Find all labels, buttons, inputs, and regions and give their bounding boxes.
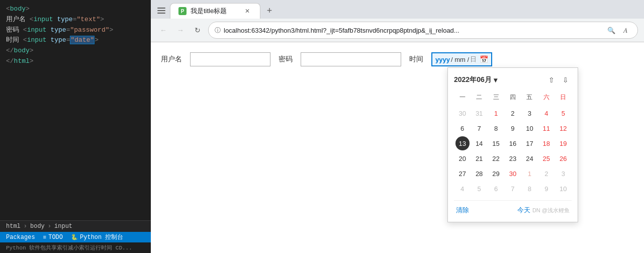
cal-day-11[interactable]: 11 — [539, 121, 554, 135]
cal-day-13[interactable]: 13 — [455, 136, 470, 150]
calendar-next-button[interactable]: ⇩ — [560, 74, 572, 86]
time-label: 时间 — [409, 55, 423, 64]
cal-day-7[interactable]: 7 — [472, 121, 486, 135]
cal-day-9[interactable]: 9 — [506, 121, 520, 135]
cal-day-27[interactable]: 27 — [455, 166, 470, 181]
cal-day-18[interactable]: 18 — [539, 136, 554, 150]
weekday-sun: 日 — [555, 91, 572, 104]
cal-day-10-next[interactable]: 10 — [556, 182, 570, 196]
address-box[interactable]: ⓘ localhost:63342/python3/html.html?_ijt… — [208, 22, 638, 39]
editor-statusbar: Packages ≡ TODO 🐍 Python 控制台 — [0, 232, 151, 242]
calendar-today-button[interactable]: 今天DN @浅水鲤鱼 — [515, 205, 572, 216]
reload-button[interactable]: ↻ — [191, 24, 204, 37]
cal-day-20[interactable]: 20 — [455, 151, 470, 165]
cal-day-14[interactable]: 14 — [472, 136, 486, 150]
calendar-popup: 2022年06月 ▾ ⇧ ⇩ 一 二 三 四 五 六 日 30 — [447, 67, 578, 222]
calendar-month-title[interactable]: 2022年06月 ▾ — [454, 75, 497, 85]
editor-panel: <body> 用户名 <input type="text"> 密码 <input… — [0, 0, 151, 253]
code-line-4: 时间 <input type="date"> — [6, 35, 145, 46]
cal-day-5[interactable]: 5 — [556, 106, 570, 120]
search-address-button[interactable]: 🔍 — [605, 24, 617, 36]
browser-chrome: P 我是title标题 ✕ + ← → ↻ ⓘ localhost:63342/… — [151, 0, 644, 42]
lock-icon: ⓘ — [215, 26, 221, 35]
cal-day-6-next[interactable]: 6 — [489, 182, 503, 196]
cal-day-8[interactable]: 8 — [489, 121, 503, 135]
cal-day-8-next[interactable]: 8 — [522, 182, 536, 196]
cal-day-21[interactable]: 21 — [472, 151, 486, 165]
cal-day-12[interactable]: 12 — [556, 121, 570, 135]
cal-day-6[interactable]: 6 — [455, 121, 470, 135]
cal-day-10[interactable]: 10 — [522, 121, 536, 135]
cal-day-24[interactable]: 24 — [522, 151, 536, 165]
cal-day-15[interactable]: 15 — [489, 136, 503, 150]
cal-day-17[interactable]: 17 — [522, 136, 536, 150]
back-button[interactable]: ← — [157, 24, 170, 37]
address-icons: 🔍 𝐴 — [605, 24, 631, 36]
cal-day-3-next[interactable]: 3 — [556, 166, 570, 181]
calendar-icon[interactable]: 📅 — [480, 55, 488, 63]
cal-day-30[interactable]: 30 — [506, 166, 520, 181]
status-packages[interactable]: Packages — [6, 234, 35, 241]
cal-day-2-next[interactable]: 2 — [539, 166, 554, 181]
cal-day-30-prev[interactable]: 30 — [455, 106, 470, 120]
calendar-prev-button[interactable]: ⇧ — [545, 74, 558, 86]
weekday-mon: 一 — [454, 91, 471, 104]
cal-day-19[interactable]: 19 — [556, 136, 570, 150]
reader-mode-button[interactable]: 𝐴 — [619, 24, 631, 36]
weekday-thu: 四 — [504, 91, 521, 104]
cal-day-22[interactable]: 22 — [489, 151, 503, 165]
breadcrumb-html: html — [6, 223, 21, 230]
cal-day-4-next[interactable]: 4 — [455, 182, 470, 196]
calendar-grid: 30 31 1 2 3 4 5 6 7 8 9 10 11 12 13 14 1… — [454, 106, 572, 196]
cal-day-23[interactable]: 23 — [506, 151, 520, 165]
calendar-weekdays: 一 二 三 四 五 六 日 — [454, 91, 572, 104]
code-line-3: 密码 <input type="password"> — [6, 25, 145, 36]
address-text: localhost:63342/python3/html.html?_ijt=5… — [224, 27, 602, 34]
weekday-tue: 二 — [471, 91, 487, 104]
tab-close-button[interactable]: ✕ — [243, 7, 252, 16]
cal-day-29[interactable]: 29 — [489, 166, 503, 181]
browser-panel: P 我是title标题 ✕ + ← → ↻ ⓘ localhost:63342/… — [151, 0, 644, 253]
cal-day-16[interactable]: 16 — [506, 136, 520, 150]
cal-day-9-next[interactable]: 9 — [539, 182, 554, 196]
breadcrumb-input: input — [54, 223, 72, 230]
forward-button[interactable]: → — [174, 24, 187, 37]
calendar-header: 2022年06月 ▾ ⇧ ⇩ — [454, 74, 572, 86]
cal-day-28[interactable]: 28 — [472, 166, 486, 181]
cal-day-25[interactable]: 25 — [539, 151, 554, 165]
code-line-5: </body> — [6, 46, 145, 56]
status-todo[interactable]: ≡ TODO — [43, 234, 63, 241]
cal-day-7-next[interactable]: 7 — [506, 182, 520, 196]
code-line-2: 用户名 <input type="text"> — [6, 15, 145, 25]
weekday-fri: 五 — [521, 91, 538, 104]
cal-day-3[interactable]: 3 — [522, 106, 536, 120]
weekday-sat: 六 — [538, 91, 555, 104]
cal-day-1-next[interactable]: 1 — [522, 166, 536, 181]
form-row: 用户名 密码 时间 yyyy / mm / 日 📅 — [161, 52, 634, 66]
tab-bar: P 我是title标题 ✕ + — [151, 0, 644, 19]
sidebar-toggle-button[interactable] — [155, 5, 168, 18]
calendar-clear-button[interactable]: 清除 — [454, 205, 471, 216]
cal-day-26[interactable]: 26 — [556, 151, 570, 165]
cal-day-2[interactable]: 2 — [506, 106, 520, 120]
cal-day-1[interactable]: 1 — [489, 106, 503, 120]
date-sep1: / mm / — [451, 56, 469, 63]
password-input[interactable] — [301, 52, 401, 66]
breadcrumb-body: body — [30, 223, 45, 230]
browser-tab-active[interactable]: P 我是title标题 ✕ — [170, 3, 260, 19]
username-input[interactable] — [190, 52, 270, 66]
tab-title: 我是title标题 — [191, 7, 227, 16]
calendar-footer: 清除 今天DN @浅水鲤鱼 — [454, 200, 572, 216]
cal-day-5-next[interactable]: 5 — [472, 182, 486, 196]
cal-day-31-prev[interactable]: 31 — [472, 106, 486, 120]
new-tab-button[interactable]: + — [262, 4, 277, 18]
status-python-console[interactable]: 🐍 Python 控制台 — [71, 233, 123, 241]
username-label: 用户名 — [161, 55, 182, 64]
svg-rect-0 — [157, 8, 165, 9]
editor-content: <body> 用户名 <input type="text"> 密码 <input… — [0, 0, 151, 220]
svg-rect-1 — [157, 10, 165, 11]
date-input-wrapper[interactable]: yyyy / mm / 日 📅 — [431, 52, 492, 66]
svg-rect-2 — [157, 13, 165, 14]
cal-day-4[interactable]: 4 — [539, 106, 554, 120]
weekday-wed: 三 — [488, 91, 504, 104]
